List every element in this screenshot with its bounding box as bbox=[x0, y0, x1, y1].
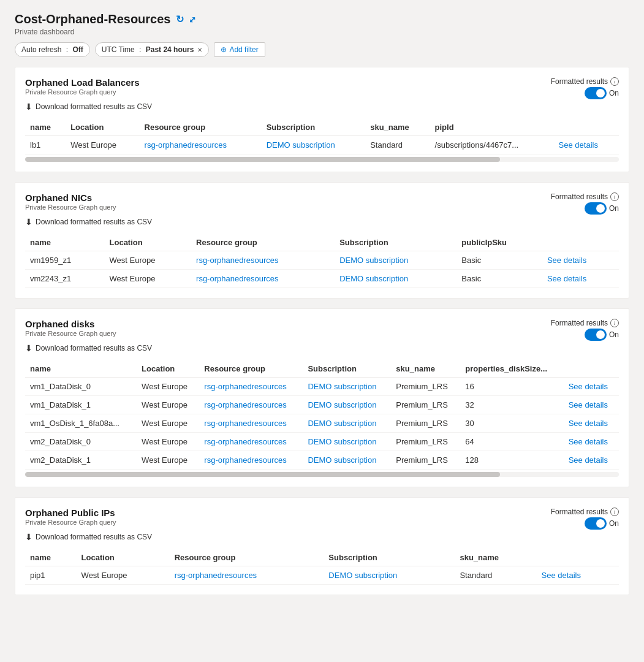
see-details-link[interactable]: See details bbox=[542, 571, 581, 580]
see-details-link[interactable]: See details bbox=[569, 382, 608, 391]
col-name: name bbox=[25, 549, 77, 566]
info-icon-pips[interactable]: i bbox=[610, 508, 619, 516]
cell-rg: rsg-orphanedresources bbox=[199, 396, 303, 414]
col-name: name bbox=[25, 119, 66, 136]
formatted-results-nics: Formatted results i bbox=[551, 192, 619, 201]
cell-location: West Europe bbox=[66, 136, 139, 154]
cell-disksize: 16 bbox=[460, 378, 563, 396]
download-disks-csv[interactable]: ⬇ Download formatted results as CSV bbox=[25, 343, 152, 353]
table-lb-wrapper: name Location Resource group Subscriptio… bbox=[25, 119, 619, 162]
download-nics-label: Download formatted results as CSV bbox=[36, 218, 152, 226]
rg-link[interactable]: rsg-orphanedresources bbox=[204, 382, 286, 391]
page-header: Cost-Orphaned-Resources ↻ ⤢ Private dash… bbox=[15, 12, 629, 36]
cell-rg: rsg-orphanedresources bbox=[191, 270, 335, 288]
col-actions bbox=[542, 234, 619, 251]
time-value: Past 24 hours bbox=[146, 45, 194, 54]
scrollbar-lb[interactable] bbox=[25, 157, 619, 162]
see-details-link[interactable]: See details bbox=[569, 400, 608, 409]
download-lb-label: Download formatted results as CSV bbox=[36, 102, 152, 111]
rg-link[interactable]: rsg-orphanedresources bbox=[204, 455, 286, 465]
toggle-lb-switch[interactable] bbox=[585, 87, 607, 99]
sub-link[interactable]: DEMO subscription bbox=[339, 274, 408, 283]
col-subscription: Subscription bbox=[324, 549, 455, 566]
rg-link[interactable]: rsg-orphanedresources bbox=[204, 400, 286, 409]
cell-location: West Europe bbox=[137, 378, 199, 396]
sub-link[interactable]: DEMO subscription bbox=[267, 140, 335, 150]
see-details-link[interactable]: See details bbox=[569, 419, 608, 428]
cell-name: vm2243_z1 bbox=[25, 270, 105, 288]
table-pips: name Location Resource group Subscriptio… bbox=[25, 549, 619, 585]
cell-sku: Premium_LRS bbox=[391, 378, 460, 396]
info-icon-lb[interactable]: i bbox=[610, 77, 619, 86]
download-lb-csv[interactable]: ⬇ Download formatted results as CSV bbox=[25, 102, 152, 112]
toggle-pips-switch[interactable] bbox=[585, 517, 607, 530]
toggle-pips[interactable]: On bbox=[585, 517, 619, 530]
col-subscription: Subscription bbox=[303, 360, 391, 378]
section-disks-subtitle: Private Resource Graph query bbox=[25, 330, 152, 337]
col-location: Location bbox=[77, 549, 170, 566]
see-details-link[interactable]: See details bbox=[547, 256, 586, 265]
cell-disksize: 30 bbox=[460, 414, 563, 433]
see-details-link[interactable]: See details bbox=[559, 140, 598, 150]
add-filter-button[interactable]: ⊕ Add filter bbox=[214, 42, 265, 57]
download-icon: ⬇ bbox=[25, 217, 32, 227]
see-details-link[interactable]: See details bbox=[569, 455, 608, 465]
cell-sku: Standard bbox=[365, 136, 430, 154]
toggle-disks-switch[interactable] bbox=[585, 329, 607, 341]
info-icon-nics[interactable]: i bbox=[610, 192, 619, 201]
download-icon: ⬇ bbox=[25, 343, 32, 353]
col-actions bbox=[564, 360, 619, 378]
sub-link[interactable]: DEMO subscription bbox=[308, 437, 376, 446]
section-pips-title: Orphaned Public IPs bbox=[25, 508, 152, 518]
see-details-link[interactable]: See details bbox=[547, 274, 586, 283]
cell-sku: Basic bbox=[456, 270, 542, 288]
cell-rg: rsg-orphanedresources bbox=[199, 451, 303, 470]
col-disk-size: properties_diskSize... bbox=[460, 360, 563, 378]
sub-link[interactable]: DEMO subscription bbox=[339, 256, 408, 265]
section-nics-subtitle: Private Resource Graph query bbox=[25, 204, 152, 211]
add-filter-label: Add filter bbox=[229, 45, 258, 54]
cell-name: pip1 bbox=[25, 566, 77, 585]
table-disks: name Location Resource group Subscriptio… bbox=[25, 360, 619, 470]
toggle-lb[interactable]: On bbox=[585, 87, 619, 99]
refresh-icon[interactable]: ↻ bbox=[176, 13, 184, 25]
rg-link[interactable]: rsg-orphanedresources bbox=[145, 140, 227, 150]
expand-icon[interactable]: ⤢ bbox=[189, 15, 196, 25]
cell-name: lb1 bbox=[25, 136, 66, 154]
sub-link[interactable]: DEMO subscription bbox=[308, 400, 376, 409]
section-disks-title: Orphaned disks bbox=[25, 319, 152, 329]
cell-details: See details bbox=[542, 270, 619, 288]
rg-link[interactable]: rsg-orphanedresources bbox=[196, 256, 278, 265]
auto-refresh-pill[interactable]: Auto refresh : Off bbox=[15, 42, 90, 57]
cell-sub: DEMO subscription bbox=[303, 451, 391, 470]
sub-link[interactable]: DEMO subscription bbox=[308, 382, 376, 391]
toggle-nics-switch[interactable] bbox=[585, 202, 607, 215]
cell-sub: DEMO subscription bbox=[324, 566, 455, 585]
col-resource-group: Resource group bbox=[199, 360, 303, 378]
toggle-disks[interactable]: On bbox=[585, 329, 619, 341]
cell-sku: Premium_LRS bbox=[391, 433, 460, 451]
see-details-link[interactable]: See details bbox=[569, 437, 608, 446]
sub-link[interactable]: DEMO subscription bbox=[328, 571, 397, 580]
auto-refresh-label: Auto refresh bbox=[21, 45, 61, 54]
sub-link[interactable]: DEMO subscription bbox=[308, 455, 376, 465]
table-row: vm2_DataDisk_0 West Europe rsg-orphanedr… bbox=[25, 433, 619, 451]
download-pips-csv[interactable]: ⬇ Download formatted results as CSV bbox=[25, 532, 152, 542]
rg-link[interactable]: rsg-orphanedresources bbox=[204, 419, 286, 428]
info-icon-disks[interactable]: i bbox=[610, 319, 619, 327]
sub-link[interactable]: DEMO subscription bbox=[308, 419, 376, 428]
time-filter-close[interactable]: ✕ bbox=[197, 47, 202, 53]
table-pips-wrapper: name Location Resource group Subscriptio… bbox=[25, 549, 619, 585]
section-pips-subtitle: Private Resource Graph query bbox=[25, 519, 152, 526]
rg-link[interactable]: rsg-orphanedresources bbox=[204, 437, 286, 446]
download-nics-csv[interactable]: ⬇ Download formatted results as CSV bbox=[25, 217, 152, 227]
table-row: vm1_OsDisk_1_6fa08a... West Europe rsg-o… bbox=[25, 414, 619, 433]
cell-details: See details bbox=[564, 451, 619, 470]
cell-sku: Basic bbox=[456, 251, 542, 270]
toggle-nics[interactable]: On bbox=[585, 202, 619, 215]
cell-sub: DEMO subscription bbox=[303, 396, 391, 414]
rg-link[interactable]: rsg-orphanedresources bbox=[175, 571, 257, 580]
rg-link[interactable]: rsg-orphanedresources bbox=[196, 274, 278, 283]
time-filter-pill[interactable]: UTC Time : Past 24 hours ✕ bbox=[95, 42, 210, 57]
scrollbar-disks[interactable] bbox=[25, 472, 619, 477]
